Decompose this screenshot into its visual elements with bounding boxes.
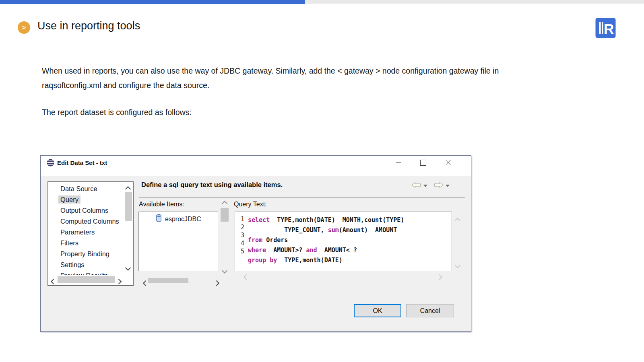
history-back-icon[interactable] <box>411 182 421 190</box>
sidebar-item-label: Data Source <box>60 185 97 192</box>
available-item-label: esprocJDBC <box>165 216 201 223</box>
sidebar-item-label: Settings <box>60 261 85 268</box>
scrollbar-thumb[interactable] <box>125 192 132 221</box>
scrollbar-thumb[interactable] <box>58 276 115 283</box>
sidebar-item-preview-results[interactable]: Preview Results <box>48 270 124 275</box>
sidebar-item-label: Filters <box>60 239 78 247</box>
body-paragraph-2: The report dataset is configured as foll… <box>42 105 192 119</box>
dialog-instruction: Define a sql query text using available … <box>141 181 283 189</box>
code-line-3: from Orders <box>248 235 404 245</box>
scrollbar-thumb[interactable] <box>221 208 229 222</box>
sidebar-item-label: Parameters <box>60 228 95 236</box>
code-lines: select TYPE,month(DATE) MONTH,count(TYPE… <box>244 212 404 271</box>
dialog-title: Edit Data Set - txt <box>57 159 107 166</box>
available-items-list: esprocJDBC <box>138 212 218 271</box>
raqsoft-logo-icon: R <box>595 18 616 38</box>
available-item-esprocjdbc[interactable]: esprocJDBC <box>139 212 218 224</box>
sidebar-item-label: Property Binding <box>60 250 109 257</box>
code-line-4: where AMOUNT>? and AMOUNT< ? <box>248 245 404 255</box>
database-cylinder-icon <box>156 214 162 224</box>
edit-dataset-dialog: Edit Data Set - txt Data SourceQueryOutp… <box>40 155 471 332</box>
scroll-left-icon[interactable] <box>52 278 56 285</box>
sidebar-item-output-columns[interactable]: Output Columns <box>48 205 124 216</box>
sidebar-horizontal-scrollbar[interactable] <box>48 275 133 285</box>
sidebar-item-label: Output Columns <box>60 207 108 214</box>
scroll-down-icon[interactable] <box>456 262 460 269</box>
code-line-2: TYPE_COUNT, sum(Amount) AMOUNT <box>248 225 404 235</box>
sidebar-item-settings[interactable]: Settings <box>48 259 124 270</box>
svg-text:R: R <box>604 21 614 37</box>
sidebar-vertical-scrollbar[interactable] <box>124 182 133 275</box>
header-separator <box>139 197 465 198</box>
minimize-icon[interactable] <box>391 157 405 168</box>
top-accent-bar-gray <box>305 0 644 4</box>
dataset-sidebar-list: Data SourceQueryOutput ColumnsComputed C… <box>48 182 124 275</box>
code-gutter: 12345 <box>235 212 244 271</box>
scroll-right-icon[interactable] <box>438 274 442 281</box>
scrollbar-thumb[interactable] <box>148 278 188 283</box>
code-line-5: group by TYPE,month(DATE) <box>248 255 404 265</box>
cancel-button[interactable]: Cancel <box>406 304 454 317</box>
ok-button[interactable]: OK <box>354 304 401 317</box>
body-paragraph-1: When used in reports, you can also use t… <box>42 64 545 93</box>
history-back-dropdown-icon[interactable] <box>423 185 427 187</box>
sidebar-item-data-source[interactable]: Data Source <box>48 183 124 194</box>
chevron-right-badge-icon: > <box>18 21 30 34</box>
sidebar-item-label: Computed Columns <box>60 218 119 225</box>
sidebar-item-filters[interactable]: Filters <box>48 238 124 249</box>
eclipse-app-icon <box>47 159 54 167</box>
scroll-up-icon[interactable] <box>223 200 227 207</box>
scroll-up-icon[interactable] <box>456 217 460 224</box>
scroll-left-icon[interactable] <box>244 274 248 281</box>
scroll-right-icon[interactable] <box>117 278 121 285</box>
sidebar-item-label: Query <box>58 195 80 204</box>
scroll-down-icon[interactable] <box>223 267 227 274</box>
sidebar-item-label: Preview Results <box>60 272 108 275</box>
page-title: Use in reporting tools <box>37 20 140 32</box>
sidebar-item-query[interactable]: Query <box>48 194 124 205</box>
sidebar-item-computed-columns[interactable]: Computed Columns <box>48 216 124 227</box>
scroll-right-icon[interactable] <box>215 280 219 287</box>
available-items-label: Available Items: <box>139 201 184 208</box>
query-text-label: Query Text: <box>234 201 267 208</box>
dataset-pages-panel: Data SourceQueryOutput ColumnsComputed C… <box>47 181 134 286</box>
scroll-left-icon[interactable] <box>144 280 148 287</box>
button-bar-separator <box>47 291 464 291</box>
sql-editor[interactable]: 12345 select TYPE,month(DATE) MONTH,coun… <box>235 212 452 271</box>
maximize-icon[interactable] <box>416 157 430 168</box>
code-line-1: select TYPE,month(DATE) MONTH,count(TYPE… <box>248 215 404 225</box>
dialog-titlebar[interactable]: Edit Data Set - txt <box>41 156 471 176</box>
page: > Use in reporting tools R When used in … <box>0 0 644 362</box>
scroll-down-icon[interactable] <box>126 264 130 272</box>
history-forward-icon[interactable] <box>434 182 444 190</box>
sidebar-item-property-binding[interactable]: Property Binding <box>48 249 124 259</box>
close-icon[interactable] <box>442 157 455 168</box>
sidebar-item-parameters[interactable]: Parameters <box>48 227 124 238</box>
top-accent-bar-blue <box>0 0 305 4</box>
history-forward-dropdown-icon[interactable] <box>446 185 450 187</box>
